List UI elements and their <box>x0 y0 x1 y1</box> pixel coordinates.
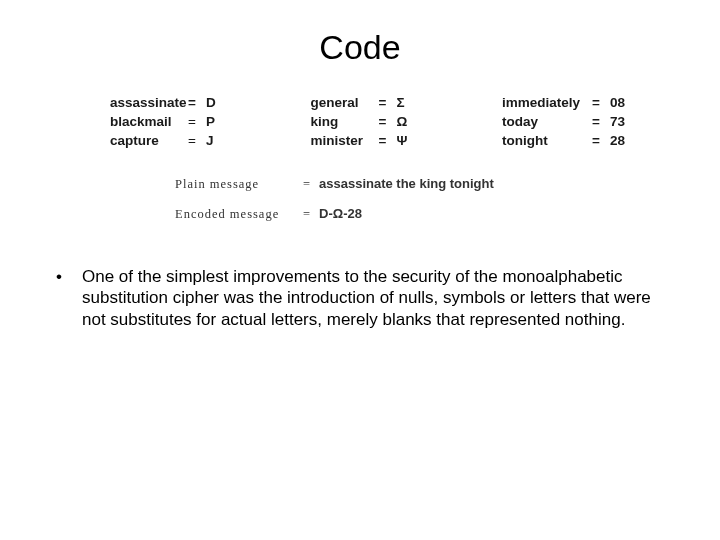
code-word: king <box>310 114 378 129</box>
equals-sign: = <box>592 114 610 129</box>
equals-sign: = <box>188 133 206 148</box>
code-word: tonight <box>502 133 592 148</box>
table-row: minister = Ψ <box>310 133 407 148</box>
code-column-1: assassinate = D blackmail = P capture = … <box>110 95 216 148</box>
encoded-message-row: Encoded message = D-Ω-28 <box>175 206 680 222</box>
table-row: blackmail = P <box>110 114 216 129</box>
slide-title: Code <box>40 28 680 67</box>
code-word: minister <box>310 133 378 148</box>
table-row: immediately = 08 <box>502 95 625 110</box>
bullet-item: • One of the simplest improvements to th… <box>56 266 672 330</box>
equals-sign: = <box>592 133 610 148</box>
plain-message-row: Plain message = assassinate the king ton… <box>175 176 680 192</box>
code-word: assassinate <box>110 95 188 110</box>
code-column-3: immediately = 08 today = 73 tonight = 28 <box>502 95 625 148</box>
bullet-list: • One of the simplest improvements to th… <box>40 266 680 330</box>
code-value: Ψ <box>396 133 407 148</box>
encoded-message-label: Encoded message <box>175 207 303 222</box>
code-value: P <box>206 114 215 129</box>
equals-sign: = <box>378 95 396 110</box>
code-value: Ω <box>396 114 407 129</box>
encoded-message-value: D-Ω-28 <box>319 206 362 221</box>
equals-sign: = <box>303 207 319 222</box>
plain-message-label: Plain message <box>175 177 303 192</box>
bullet-text: One of the simplest improvements to the … <box>82 266 672 330</box>
table-row: capture = J <box>110 133 216 148</box>
table-row: assassinate = D <box>110 95 216 110</box>
code-word: capture <box>110 133 188 148</box>
code-value: Σ <box>396 95 404 110</box>
messages-block: Plain message = assassinate the king ton… <box>40 176 680 222</box>
equals-sign: = <box>378 133 396 148</box>
code-value: D <box>206 95 216 110</box>
code-word: blackmail <box>110 114 188 129</box>
table-row: today = 73 <box>502 114 625 129</box>
code-table: assassinate = D blackmail = P capture = … <box>40 95 680 148</box>
equals-sign: = <box>188 95 206 110</box>
plain-message-value: assassinate the king tonight <box>319 176 494 191</box>
code-column-2: general = Σ king = Ω minister = Ψ <box>310 95 407 148</box>
code-value: J <box>206 133 214 148</box>
equals-sign: = <box>378 114 396 129</box>
table-row: tonight = 28 <box>502 133 625 148</box>
equals-sign: = <box>303 177 319 192</box>
equals-sign: = <box>592 95 610 110</box>
code-value: 08 <box>610 95 625 110</box>
code-value: 73 <box>610 114 625 129</box>
code-word: general <box>310 95 378 110</box>
bullet-dot-icon: • <box>56 266 82 330</box>
code-value: 28 <box>610 133 625 148</box>
code-word: today <box>502 114 592 129</box>
equals-sign: = <box>188 114 206 129</box>
table-row: general = Σ <box>310 95 407 110</box>
code-word: immediately <box>502 95 592 110</box>
slide: Code assassinate = D blackmail = P captu… <box>0 0 720 540</box>
table-row: king = Ω <box>310 114 407 129</box>
